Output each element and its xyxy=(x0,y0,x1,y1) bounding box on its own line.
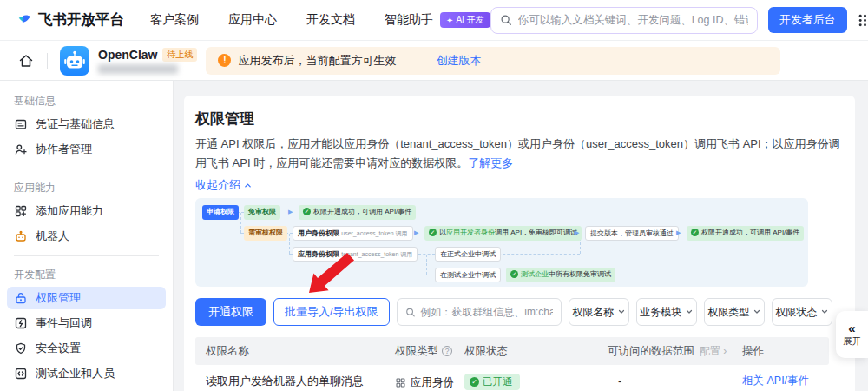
flow-user-identity: 用户身份权限 user_access_token 调用 xyxy=(293,226,413,241)
sidebar-item-label: 测试企业和人员 xyxy=(36,366,115,381)
sidebar-item-test-company[interactable]: 测试企业和人员 xyxy=(7,362,166,385)
page-description: 开通 API 权限后，应用才能以应用身份（tenant_access_token… xyxy=(195,135,842,173)
home-icon[interactable] xyxy=(17,52,35,70)
top-navbar: 飞书开放平台 客户案例 应用中心 开发文档 智能助手 ✦AI 开发 开发者后台 xyxy=(0,0,868,41)
divider xyxy=(47,53,48,69)
batch-import-export-button[interactable]: 批量导入/导出权限 xyxy=(273,298,390,326)
apps-grid-icon[interactable] xyxy=(858,13,868,28)
sidebar-item-permissions[interactable]: 权限管理 xyxy=(7,287,166,309)
feishu-logo-icon xyxy=(17,13,31,27)
flow-arrow-icon: ▶ xyxy=(575,229,579,236)
sidebar-item-label: 安全设置 xyxy=(36,341,81,356)
collaborator-icon xyxy=(14,142,28,156)
app-name: OpenClaw xyxy=(98,48,157,62)
event-callback-icon xyxy=(14,316,28,330)
nav-app-center[interactable]: 应用中心 xyxy=(228,12,277,28)
related-api-link[interactable]: 相关 API/事件 xyxy=(742,374,809,388)
sidebar-item-collaborators[interactable]: 协作者管理 xyxy=(7,138,166,161)
sidebar-item-add-capability[interactable]: 添加应用能力 xyxy=(7,200,166,222)
filter-permission-status[interactable]: 权限状态 xyxy=(772,298,832,326)
create-version-link[interactable]: 创建版本 xyxy=(436,53,481,69)
sidebar-section-devconfig: 开发配置 xyxy=(14,268,159,282)
sidebar-section-capability: 应用能力 xyxy=(14,181,159,196)
shield-check-icon xyxy=(14,341,28,355)
search-icon xyxy=(405,307,416,318)
global-search xyxy=(490,7,758,34)
permission-type: 应用身份 xyxy=(395,375,454,390)
app-id-redacted xyxy=(98,64,178,74)
app-header-bar: OpenClaw 待上线 ! 应用发布后，当前配置方可生效 创建版本 xyxy=(0,41,868,81)
nav-dev-docs[interactable]: 开发文档 xyxy=(306,12,355,28)
top-nav-links: 客户案例 应用中心 开发文档 智能助手 ✦AI 开发 xyxy=(150,12,490,28)
search-icon xyxy=(500,14,512,26)
double-chevron-left-icon: « xyxy=(848,321,855,335)
nav-ai-assistant[interactable]: 智能助手 xyxy=(385,12,433,28)
flow-need-review: 需审核权限 xyxy=(244,226,287,241)
brand-logo[interactable]: 飞书开放平台 xyxy=(17,10,124,30)
permission-flow-diagram: 申请权限 免审权限 ▶ ✓权限开通成功，可调用 API/事件 需审核权限 用户身… xyxy=(195,198,808,287)
filter-business-module[interactable]: 业务模块 xyxy=(636,298,697,326)
sidebar-item-credentials[interactable]: 凭证与基础信息 xyxy=(7,113,166,136)
check-icon: ✓ xyxy=(303,208,311,215)
app-identity-icon xyxy=(395,377,406,388)
sidebar-item-security[interactable]: 安全设置 xyxy=(7,337,166,360)
sidebar-divider xyxy=(14,255,159,256)
filter-permission-name[interactable]: 权限名称 xyxy=(569,298,629,326)
sidebar-item-robot[interactable]: 机器人 xyxy=(7,225,166,248)
table-row: 读取用户发给机器人的单聊消息 im:message.p2p_msg:readon… xyxy=(195,365,829,391)
configure-link[interactable]: 配置 › xyxy=(700,344,727,359)
sidebar-item-label: 事件与回调 xyxy=(36,315,92,331)
chevron-down-icon xyxy=(753,308,760,315)
permission-name: 读取用户发给机器人的单聊消息 xyxy=(206,374,364,389)
data-scope-value: - xyxy=(618,375,621,388)
flow-success-2: ✓权限开通成功，可调用 API/事件 xyxy=(687,226,804,241)
col-permission-name: 权限名称 xyxy=(206,337,249,365)
open-permission-button[interactable]: 开通权限 xyxy=(195,298,266,326)
check-icon: ✓ xyxy=(429,229,437,236)
chevron-down-icon xyxy=(686,308,693,315)
flow-dev-debug: ✓以应用开发者身份调用 API，免审核即可调试 xyxy=(424,226,582,241)
global-search-input[interactable] xyxy=(518,14,748,26)
check-icon: ✓ xyxy=(691,229,699,236)
flow-arrow-icon: ▶ xyxy=(676,229,681,236)
sidebar-item-label: 凭证与基础信息 xyxy=(36,116,115,132)
expand-panel-tab[interactable]: « 展开 xyxy=(836,311,868,358)
sidebar: 基础信息 凭证与基础信息 协作者管理 应用能力 添加应用能力 xyxy=(0,81,174,391)
permission-toolbar: 开通权限 批量导入/导出权限 权限名称 业务模块 权限类型 权限状态 xyxy=(195,298,844,326)
help-icon[interactable]: ? xyxy=(442,346,452,356)
status-badge: ✓已开通 xyxy=(464,374,520,390)
expand-label: 展开 xyxy=(843,335,861,348)
flow-app-identity: 应用身份权限 tenant_access_token 调用 xyxy=(293,247,418,262)
flow-arrow-icon: ▶ xyxy=(414,229,418,236)
collapse-intro-link[interactable]: 收起介绍 xyxy=(195,177,252,193)
nav-customer-cases[interactable]: 客户案例 xyxy=(150,12,199,28)
col-data-scope: 可访问的数据范围配置 › xyxy=(608,337,727,365)
credential-icon xyxy=(14,117,28,131)
robot-icon xyxy=(14,229,28,243)
sidebar-divider xyxy=(14,169,159,169)
code-square-icon xyxy=(14,367,28,381)
col-permission-status: 权限状态 xyxy=(464,337,508,365)
chevron-down-icon xyxy=(618,308,625,315)
table-header: 权限名称 权限类型? 权限状态 可访问的数据范围配置 › 操作 xyxy=(195,337,829,365)
filter-permission-type[interactable]: 权限类型 xyxy=(704,298,765,326)
permission-lock-icon xyxy=(14,291,28,305)
sidebar-item-events[interactable]: 事件与回调 xyxy=(7,312,166,335)
learn-more-link[interactable]: 了解更多 xyxy=(468,156,513,169)
screen: 飞书开放平台 客户案例 应用中心 开发文档 智能助手 ✦AI 开发 开发者后台 xyxy=(0,0,868,391)
permission-search xyxy=(397,298,562,326)
flow-success-1: ✓权限开通成功，可调用 API/事件 xyxy=(299,205,416,220)
ai-dev-badge[interactable]: ✦AI 开发 xyxy=(440,12,490,28)
sidebar-item-label: 权限管理 xyxy=(36,290,81,306)
check-icon: ✓ xyxy=(470,377,479,387)
check-icon: ✓ xyxy=(510,270,518,278)
chevron-down-icon xyxy=(821,308,828,315)
app-status-badge: 待上线 xyxy=(162,48,197,62)
flow-test-free: ✓测试企业中所有权限免审调试 xyxy=(506,268,615,282)
app-meta: OpenClaw 待上线 xyxy=(98,48,197,74)
sidebar-item-label: 协作者管理 xyxy=(36,142,92,157)
permission-search-input[interactable] xyxy=(420,306,552,318)
chevron-up-icon xyxy=(244,182,252,189)
add-capability-icon xyxy=(14,204,28,218)
developer-console-button[interactable]: 开发者后台 xyxy=(768,7,847,33)
